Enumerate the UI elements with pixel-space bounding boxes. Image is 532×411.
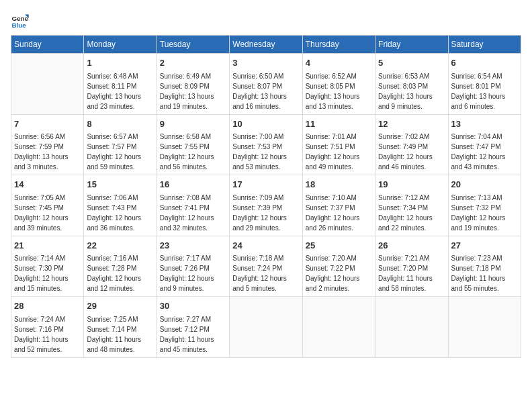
day-info: Sunrise: 7:16 AMSunset: 7:28 PMDaylight:… [87,253,153,293]
calendar-cell [302,297,375,358]
calendar-cell: 16Sunrise: 7:08 AMSunset: 7:41 PMDayligh… [157,175,229,236]
day-info: Sunrise: 7:25 AMSunset: 7:14 PMDaylight:… [87,314,153,355]
calendar-cell: 7Sunrise: 6:56 AMSunset: 7:59 PMDaylight… [11,114,84,175]
calendar-cell: 10Sunrise: 7:00 AMSunset: 7:53 PMDayligh… [230,114,302,175]
day-info: Sunrise: 7:23 AMSunset: 7:18 PMDaylight:… [451,253,518,293]
day-number: 16 [160,178,226,191]
calendar-cell: 25Sunrise: 7:20 AMSunset: 7:22 PMDayligh… [302,236,375,297]
day-info: Sunrise: 6:48 AMSunset: 8:11 PMDaylight:… [87,71,153,111]
day-info: Sunrise: 7:17 AMSunset: 7:26 PMDaylight:… [160,253,226,293]
day-number: 9 [160,118,226,131]
day-number: 17 [232,178,299,191]
day-number: 25 [306,239,372,253]
day-info: Sunrise: 7:10 AMSunset: 7:37 PMDaylight:… [306,193,372,233]
calendar-cell: 28Sunrise: 7:24 AMSunset: 7:16 PMDayligh… [11,297,84,358]
calendar-cell: 15Sunrise: 7:06 AMSunset: 7:43 PMDayligh… [84,175,157,236]
day-info: Sunrise: 7:04 AMSunset: 7:47 PMDaylight:… [451,132,518,172]
day-info: Sunrise: 6:50 AMSunset: 8:07 PMDaylight:… [232,71,299,111]
calendar-week-3: 21Sunrise: 7:14 AMSunset: 7:30 PMDayligh… [11,236,521,297]
day-number: 4 [306,56,372,70]
day-number: 24 [232,239,299,253]
day-info: Sunrise: 7:05 AMSunset: 7:45 PMDaylight:… [14,193,81,233]
day-number: 30 [160,300,226,313]
day-number: 10 [232,118,299,131]
day-info: Sunrise: 7:09 AMSunset: 7:39 PMDaylight:… [232,193,299,233]
calendar-cell: 5Sunrise: 6:53 AMSunset: 8:03 PMDaylight… [375,54,448,115]
day-number: 6 [451,56,518,70]
calendar-week-2: 14Sunrise: 7:05 AMSunset: 7:45 PMDayligh… [11,175,521,236]
day-info: Sunrise: 6:49 AMSunset: 8:09 PMDaylight:… [160,71,226,111]
day-number: 14 [14,178,81,191]
day-info: Sunrise: 7:06 AMSunset: 7:43 PMDaylight:… [87,193,153,233]
calendar-cell: 29Sunrise: 7:25 AMSunset: 7:14 PMDayligh… [84,297,157,358]
logo: Gene Blue [11,11,32,30]
calendar-cell [11,54,84,115]
day-header-monday: Monday [84,36,157,54]
day-number: 8 [87,118,153,131]
calendar-cell: 27Sunrise: 7:23 AMSunset: 7:18 PMDayligh… [448,236,521,297]
calendar-cell: 4Sunrise: 6:52 AMSunset: 8:05 PMDaylight… [302,54,375,115]
calendar-cell: 19Sunrise: 7:12 AMSunset: 7:34 PMDayligh… [375,175,448,236]
day-info: Sunrise: 6:53 AMSunset: 8:03 PMDaylight:… [378,71,445,111]
header-row: SundayMondayTuesdayWednesdayThursdayFrid… [11,36,521,54]
calendar-cell: 9Sunrise: 6:58 AMSunset: 7:55 PMDaylight… [157,114,229,175]
day-info: Sunrise: 6:56 AMSunset: 7:59 PMDaylight:… [14,132,81,172]
calendar-week-0: 1Sunrise: 6:48 AMSunset: 8:11 PMDaylight… [11,54,521,115]
day-header-sunday: Sunday [11,36,84,54]
day-number: 2 [160,56,226,70]
calendar-cell: 21Sunrise: 7:14 AMSunset: 7:30 PMDayligh… [11,236,84,297]
calendar-cell: 17Sunrise: 7:09 AMSunset: 7:39 PMDayligh… [230,175,302,236]
calendar-cell [375,297,448,358]
day-number: 1 [87,56,153,70]
calendar-cell: 23Sunrise: 7:17 AMSunset: 7:26 PMDayligh… [157,236,229,297]
day-number: 26 [378,239,445,253]
day-header-tuesday: Tuesday [157,36,229,54]
logo-icon: Gene Blue [11,11,30,30]
calendar-table: SundayMondayTuesdayWednesdayThursdayFrid… [11,35,521,358]
calendar-cell: 13Sunrise: 7:04 AMSunset: 7:47 PMDayligh… [448,114,521,175]
day-number: 13 [451,118,518,131]
day-info: Sunrise: 7:00 AMSunset: 7:53 PMDaylight:… [232,132,299,172]
calendar-cell: 26Sunrise: 7:21 AMSunset: 7:20 PMDayligh… [375,236,448,297]
day-number: 15 [87,178,153,191]
calendar-cell: 30Sunrise: 7:27 AMSunset: 7:12 PMDayligh… [157,297,229,358]
calendar-cell: 18Sunrise: 7:10 AMSunset: 7:37 PMDayligh… [302,175,375,236]
day-number: 7 [14,118,81,131]
day-info: Sunrise: 7:08 AMSunset: 7:41 PMDaylight:… [160,193,226,233]
calendar-cell: 8Sunrise: 6:57 AMSunset: 7:57 PMDaylight… [84,114,157,175]
day-number: 19 [378,178,445,191]
day-number: 20 [451,178,518,191]
calendar-cell: 6Sunrise: 6:54 AMSunset: 8:01 PMDaylight… [448,54,521,115]
calendar-cell: 3Sunrise: 6:50 AMSunset: 8:07 PMDaylight… [230,54,302,115]
calendar-cell: 20Sunrise: 7:13 AMSunset: 7:32 PMDayligh… [448,175,521,236]
calendar-cell: 2Sunrise: 6:49 AMSunset: 8:09 PMDaylight… [157,54,229,115]
day-header-thursday: Thursday [302,36,375,54]
calendar-cell: 1Sunrise: 6:48 AMSunset: 8:11 PMDaylight… [84,54,157,115]
day-header-friday: Friday [375,36,448,54]
day-number: 22 [87,239,153,253]
day-info: Sunrise: 7:12 AMSunset: 7:34 PMDaylight:… [378,193,445,233]
day-number: 21 [14,239,81,253]
day-number: 28 [14,300,81,313]
day-number: 5 [378,56,445,70]
calendar-cell: 22Sunrise: 7:16 AMSunset: 7:28 PMDayligh… [84,236,157,297]
day-info: Sunrise: 6:54 AMSunset: 8:01 PMDaylight:… [451,71,518,111]
calendar-cell: 12Sunrise: 7:02 AMSunset: 7:49 PMDayligh… [375,114,448,175]
day-info: Sunrise: 6:57 AMSunset: 7:57 PMDaylight:… [87,132,153,172]
day-info: Sunrise: 7:21 AMSunset: 7:20 PMDaylight:… [378,253,445,293]
calendar-cell [230,297,302,358]
svg-text:Blue: Blue [11,21,26,29]
calendar-cell: 11Sunrise: 7:01 AMSunset: 7:51 PMDayligh… [302,114,375,175]
calendar-week-1: 7Sunrise: 6:56 AMSunset: 7:59 PMDaylight… [11,114,521,175]
day-info: Sunrise: 6:52 AMSunset: 8:05 PMDaylight:… [306,71,372,111]
day-info: Sunrise: 7:20 AMSunset: 7:22 PMDaylight:… [306,253,372,293]
day-header-wednesday: Wednesday [230,36,302,54]
day-info: Sunrise: 7:01 AMSunset: 7:51 PMDaylight:… [306,132,372,172]
day-number: 3 [232,56,299,70]
day-info: Sunrise: 7:18 AMSunset: 7:24 PMDaylight:… [232,253,299,293]
day-info: Sunrise: 7:14 AMSunset: 7:30 PMDaylight:… [14,253,81,293]
calendar-cell: 14Sunrise: 7:05 AMSunset: 7:45 PMDayligh… [11,175,84,236]
day-number: 29 [87,300,153,313]
day-number: 18 [306,178,372,191]
calendar-cell: 24Sunrise: 7:18 AMSunset: 7:24 PMDayligh… [230,236,302,297]
